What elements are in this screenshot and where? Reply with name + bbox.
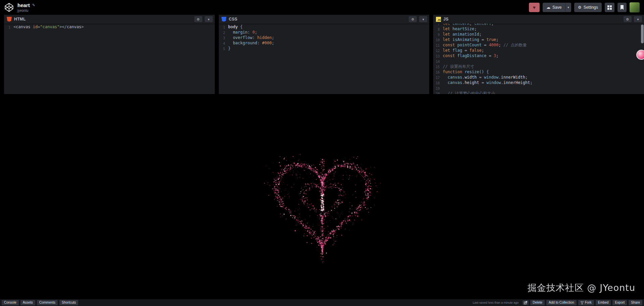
last-saved-text: Last saved less than a minute ago: [473, 301, 519, 304]
chevron-down-icon: ▾: [637, 17, 639, 21]
code-line: 14: [433, 59, 644, 64]
code-line: 4 background: #000;: [219, 41, 430, 46]
js-panel-header: JS JS ⚙ ▾: [433, 15, 644, 24]
panel-label-css: CSS: [229, 17, 238, 21]
panel-resizer-1[interactable]: [215, 15, 219, 94]
save-split-button: ☁ Save ▾: [543, 3, 571, 12]
gear-icon: ⚙: [411, 17, 414, 21]
embed-button[interactable]: Embed: [596, 300, 611, 305]
panel-resizer-2[interactable]: [429, 15, 433, 94]
save-dropdown-button[interactable]: ▾: [565, 3, 571, 12]
code-line: 7let centerX, centerY;: [433, 24, 644, 27]
save-button[interactable]: ☁ Save: [543, 3, 565, 12]
code-line: 18 canvas.height = window.innerHeight;: [433, 80, 644, 86]
editor-panel-css: CSS ⚙ ▾ 1body {2 margin: 0;3 overflow: h…: [219, 15, 430, 94]
open-external-button[interactable]: [523, 300, 529, 305]
code-line: 17 canvas.width = window.innerWidth;: [433, 75, 644, 80]
html5-icon: [7, 17, 12, 22]
panel-label-js: JS: [443, 17, 448, 21]
code-line: 16function resize() {: [433, 70, 644, 75]
code-line: 1<canvas id="canvas"></canvas>: [4, 25, 215, 30]
fork-button[interactable]: Fork: [578, 300, 594, 305]
css-code-area[interactable]: 1body {2 margin: 0;3 overflow: hidden;4 …: [219, 24, 430, 94]
code-line: 10let isAnimating = true;: [433, 37, 644, 43]
layout-button[interactable]: [605, 3, 614, 12]
code-line: 20 // 计算爱心的中心和大小: [433, 91, 644, 94]
bookmark-icon: [620, 5, 624, 10]
assets-button[interactable]: Assets: [20, 300, 35, 305]
floating-avatar-badge[interactable]: [636, 50, 644, 60]
heart-icon: ♥: [533, 5, 536, 10]
preview-pane: 掘金技术社区 @ JYeontu: [0, 94, 644, 299]
gear-icon: ⚙: [626, 17, 629, 21]
css-panel-header: CSS ⚙ ▾: [219, 15, 430, 24]
js-settings-button[interactable]: ⚙: [624, 16, 632, 22]
js-collapse-button[interactable]: ▾: [634, 16, 642, 22]
code-line: 8let heartSize;: [433, 27, 644, 32]
pen-author: jyeontu: [17, 9, 35, 12]
editor-panel-js: JS JS ⚙ ▾ 7let centerX, centerY;8let hea…: [433, 15, 644, 94]
fork-label: Fork: [585, 301, 592, 305]
panel-label-html: HTML: [14, 17, 26, 21]
comments-button[interactable]: Comments: [37, 300, 58, 305]
settings-button[interactable]: ⚙ Settings: [574, 3, 602, 12]
chevron-down-icon: ▾: [208, 17, 209, 21]
code-line: 19: [433, 86, 644, 91]
editor-panel-html: HTML ⚙ ▾ 1<canvas id="canvas"></canvas>: [4, 15, 215, 94]
js-icon: JS: [436, 17, 441, 22]
export-button[interactable]: Export: [612, 300, 627, 305]
cloud-icon: ☁: [546, 5, 550, 10]
console-button[interactable]: Console: [2, 300, 19, 305]
css-collapse-button[interactable]: ▾: [419, 16, 427, 22]
edit-title-icon[interactable]: ✎: [32, 3, 35, 7]
code-line: 13const flagDistance = 3;: [433, 53, 644, 59]
chevron-down-icon: ▾: [567, 6, 569, 9]
js-scrollbar[interactable]: [641, 25, 644, 43]
save-label: Save: [552, 5, 561, 10]
grid-icon: [607, 5, 612, 10]
js-code-area[interactable]: 7let centerX, centerY;8let heartSize;9le…: [433, 24, 644, 94]
html-collapse-button[interactable]: ▾: [205, 16, 213, 22]
editors-row: HTML ⚙ ▾ 1<canvas id="canvas"></canvas> …: [0, 15, 644, 94]
code-line: 1body {: [219, 25, 430, 30]
code-line: 11const pointCount = 4000; // 点的数量: [433, 43, 644, 48]
gear-icon: ⚙: [578, 5, 582, 10]
html-code-area[interactable]: 1<canvas id="canvas"></canvas>: [4, 24, 215, 94]
css-settings-button[interactable]: ⚙: [409, 16, 417, 22]
shortcuts-button[interactable]: Shortcuts: [59, 300, 78, 305]
codepen-logo[interactable]: [4, 3, 14, 12]
html-settings-button[interactable]: ⚙: [194, 16, 202, 22]
code-line: 3 overflow: hidden;: [219, 35, 430, 41]
bookmark-button[interactable]: [617, 3, 627, 12]
code-line: 12let flag = false;: [433, 48, 644, 53]
pen-title: heart: [17, 2, 30, 8]
share-button[interactable]: Share: [629, 300, 642, 305]
code-line: 9let animationId;: [433, 32, 644, 37]
user-avatar[interactable]: [630, 2, 640, 12]
watermark-text: 掘金技术社区 @ JYeontu: [528, 282, 635, 294]
fork-icon: [581, 301, 584, 305]
chevron-down-icon: ▾: [423, 17, 424, 21]
html-panel-header: HTML ⚙ ▾: [4, 15, 215, 24]
code-line: 5}: [219, 46, 430, 51]
preview-canvas: [0, 94, 644, 299]
settings-label: Settings: [584, 5, 598, 10]
add-to-collection-button[interactable]: Add to Collection: [546, 300, 577, 305]
delete-button[interactable]: Delete: [530, 300, 545, 305]
external-link-icon: [524, 301, 527, 304]
code-line: 2 margin: 0;: [219, 30, 430, 35]
css3-icon: [221, 17, 227, 22]
pen-title-block: heart ✎ jyeontu: [17, 2, 35, 12]
gear-icon: ⚙: [197, 17, 200, 21]
footer-bar: Console Assets Comments Shortcuts Last s…: [0, 299, 644, 306]
code-line: 15// 设置画布尺寸: [433, 64, 644, 70]
top-bar: heart ✎ jyeontu ♥ ☁ Save ▾ ⚙ Settings: [0, 0, 644, 15]
like-button[interactable]: ♥: [529, 3, 540, 12]
